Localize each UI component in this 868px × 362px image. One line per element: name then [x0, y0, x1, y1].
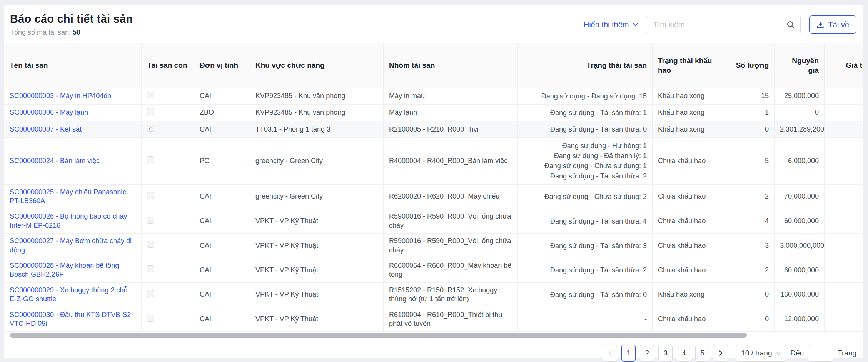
- asset-name-cell: SC000000007 - Két sắt: [4, 121, 142, 138]
- goto-page-input[interactable]: [808, 345, 833, 362]
- column-header-4: Nhóm tài sản: [384, 43, 518, 88]
- depreciation-status-cell: Chưa khấu hao: [653, 234, 720, 258]
- asset-link[interactable]: SC000000024 - Bàn làm việc: [10, 157, 100, 165]
- asset-link[interactable]: SC000000029 - Xe buggy thùng 2 chỗ E-Z-G…: [10, 286, 127, 303]
- asset-status-cell: Đang sử dụng - Tài sản thừa: 3: [518, 234, 653, 258]
- quantity-cell: 0: [720, 121, 775, 138]
- page-button-1[interactable]: 1: [621, 345, 636, 362]
- quantity-cell: 0: [720, 307, 775, 332]
- goto-label: Đến: [790, 349, 804, 357]
- total-assets: Tổng số mã tài sản: 50: [10, 28, 133, 37]
- download-icon: [816, 21, 824, 28]
- page-size-select[interactable]: 10 / trang: [736, 345, 786, 362]
- asset-group-cell: R5900016 - R590_R000_Vòi, ống chữa cháy: [384, 234, 518, 258]
- functional-area-cell: VPKT - VP Kỹ Thuật: [250, 282, 384, 307]
- asset-status-cell: Đang sử dụng - Tài sản thừa: 2: [518, 258, 653, 283]
- chevron-left-icon: [608, 350, 612, 356]
- functional-area-cell: greencity - Green City: [250, 138, 384, 184]
- child-asset-checkbox[interactable]: ✓: [147, 217, 154, 224]
- child-asset-cell: ✓: [142, 234, 194, 258]
- page-button-5[interactable]: 5: [695, 345, 709, 362]
- asset-link[interactable]: SC000000006 - Máy lạnh: [10, 108, 88, 116]
- asset-status-line: Đang sử dụng - Chưa sử dụng: 2: [523, 192, 647, 202]
- check-icon: ✓: [148, 124, 153, 132]
- table-row: SC000000025 - Máy chiếu Panasonic PT-LB3…: [4, 184, 863, 209]
- column-header-2: Đơn vị tính: [194, 43, 250, 88]
- original-cost-cell: 0: [775, 105, 825, 121]
- child-asset-checkbox[interactable]: ✓: [147, 125, 154, 132]
- functional-area-cell: KVP923485 - Khu văn phòng: [250, 105, 384, 121]
- toolbar: Hiển thị thêm Tải về: [584, 15, 856, 34]
- depreciation-status-cell: Chưa khấu hao: [653, 184, 720, 209]
- column-header-8: Nguyên giá: [775, 43, 825, 88]
- search-icon[interactable]: [786, 20, 795, 29]
- horizontal-scrollbar-track: [7, 333, 860, 339]
- asset-group-cell: R2100005 - R210_R000_Tivi: [384, 121, 518, 138]
- asset-status-line: Đang sử dụng - Tài sản thừa: 3: [523, 241, 647, 251]
- table-header-row: Tên tài sảnTài sản conĐơn vị tínhKhu vực…: [4, 43, 863, 88]
- asset-link[interactable]: SC000000027 - Máy Bơm chữa cháy di động: [10, 237, 132, 254]
- show-more-button[interactable]: Hiển thị thêm: [584, 20, 638, 29]
- unit-cell: CAI: [194, 258, 250, 283]
- child-asset-checkbox[interactable]: ✓: [147, 192, 154, 199]
- table-row: SC000000006 - Máy lạnh✓ZBOKVP923485 - Kh…: [4, 105, 863, 121]
- unit-cell: CAI: [194, 184, 250, 209]
- page-button-3[interactable]: 3: [658, 345, 673, 362]
- asset-name-cell: SC000000006 - Máy lạnh: [4, 105, 142, 121]
- download-button[interactable]: Tải về: [809, 15, 856, 34]
- table-row: SC000000030 - Đầu thu KTS DTVB-S2 VTC-HD…: [4, 307, 863, 332]
- child-asset-cell: ✓: [142, 258, 194, 283]
- child-asset-checkbox[interactable]: ✓: [147, 241, 154, 248]
- column-header-0: Tên tài sản: [4, 43, 142, 88]
- asset-link[interactable]: SC000000007 - Két sắt: [10, 125, 82, 133]
- quantity-cell: 2: [720, 184, 775, 209]
- show-more-label: Hiển thị thêm: [584, 20, 629, 29]
- child-asset-checkbox[interactable]: ✓: [147, 92, 154, 98]
- asset-status-cell: Đang sử dụng - Chưa sử dụng: 2: [518, 184, 653, 209]
- child-asset-checkbox[interactable]: ✓: [147, 156, 154, 163]
- unit-cell: CAI: [194, 88, 250, 105]
- asset-name-cell: SC000000026 - Bộ thông báo có cháy Inter…: [4, 209, 142, 234]
- child-asset-checkbox[interactable]: ✓: [147, 290, 154, 297]
- asset-link[interactable]: SC000000028 - Máy khoan bê tông Bosch GB…: [10, 262, 119, 278]
- original-cost-cell: 6,000,000: [775, 138, 825, 184]
- asset-link[interactable]: SC000000025 - Máy chiếu Panasonic PT-LB3…: [10, 188, 126, 205]
- child-asset-checkbox[interactable]: ✓: [147, 108, 154, 115]
- child-asset-cell: ✓: [142, 105, 194, 121]
- original-cost-cell: 12,000,000: [775, 307, 825, 332]
- asset-status-line: Đang sử dụng - Tài sản thừa: 2: [523, 171, 647, 181]
- next-page-button[interactable]: [714, 345, 728, 362]
- quantity-cell: 15: [720, 88, 775, 105]
- asset-name-cell: SC000000003 - Máy in HP404dn: [4, 88, 142, 105]
- title-block: Báo cáo chi tiết tài sản Tổng số mã tài …: [10, 13, 133, 37]
- original-cost-cell: 70,000,000: [775, 184, 825, 209]
- functional-area-cell: KVP923485 - Khu văn phòng: [250, 88, 384, 105]
- asset-status-line: Đang sử dụng - Hư hỏng: 1: [523, 141, 647, 151]
- asset-group-cell: Máy in màu: [384, 88, 518, 105]
- asset-name-cell: SC000000027 - Máy Bơm chữa cháy di động: [4, 234, 142, 258]
- unit-cell: PC: [194, 138, 250, 184]
- pagination: 12345 10 / trang Đến Trang: [4, 339, 863, 362]
- page-button-4[interactable]: 4: [677, 345, 691, 362]
- horizontal-scrollbar-thumb[interactable]: [10, 333, 747, 338]
- child-asset-checkbox[interactable]: ✓: [147, 315, 154, 322]
- asset-status-cell: Đang sử dụng - Tài sản thừa: 0: [518, 282, 653, 307]
- page-button-2[interactable]: 2: [640, 345, 654, 362]
- remaining-value-cell: [825, 138, 863, 184]
- prev-page-button[interactable]: [603, 345, 617, 362]
- functional-area-cell: VPKT - VP Kỹ Thuật: [250, 258, 384, 283]
- asset-status-line: Đang sử dụng - Đang sử dụng: 15: [523, 91, 647, 101]
- report-card: Báo cáo chi tiết tài sản Tổng số mã tài …: [4, 5, 863, 358]
- asset-name-cell: SC000000028 - Máy khoan bê tông Bosch GB…: [4, 258, 142, 283]
- original-cost-cell: 25,000,000: [775, 88, 825, 105]
- asset-link[interactable]: SC000000026 - Bộ thông báo có cháy Inter…: [10, 212, 127, 229]
- search-input[interactable]: [653, 20, 786, 30]
- asset-link[interactable]: SC000000003 - Máy in HP404dn: [10, 92, 111, 100]
- asset-group-cell: R6200020 - R620_R000_Máy chiếu: [384, 184, 518, 209]
- quantity-cell: 5: [720, 138, 775, 184]
- asset-link[interactable]: SC000000030 - Đầu thu KTS DTVB-S2 VTC-HD…: [10, 311, 131, 327]
- functional-area-cell: VPKT - VP Kỹ Thuật: [250, 307, 384, 332]
- unit-cell: ZBO: [194, 105, 250, 121]
- remaining-value-cell: [825, 258, 863, 283]
- child-asset-checkbox[interactable]: ✓: [147, 265, 154, 272]
